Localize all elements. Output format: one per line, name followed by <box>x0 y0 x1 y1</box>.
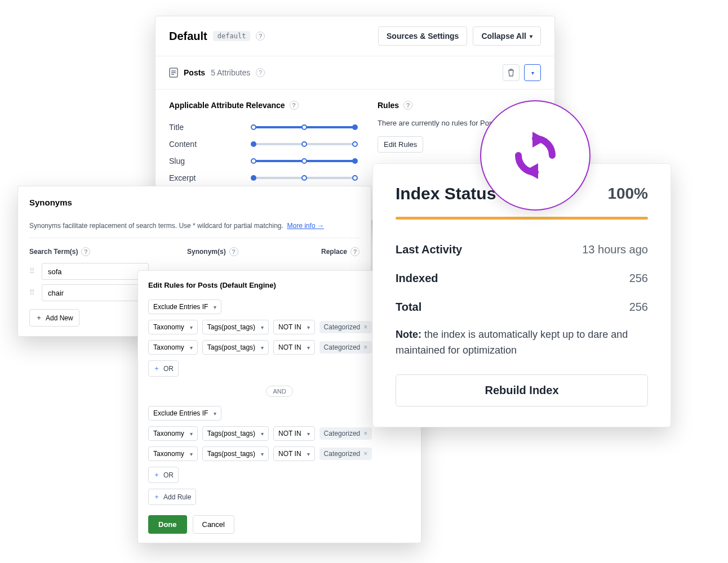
add-rule-button[interactable]: ＋Add Rule <box>148 489 196 505</box>
chevron-down-icon: ▾ <box>190 324 193 330</box>
close-icon[interactable]: × <box>363 343 367 351</box>
tags-select[interactable]: Tags(post_tags)▾ <box>202 340 269 355</box>
or-button[interactable]: ＋OR <box>148 360 179 377</box>
index-status-percent: 100% <box>607 185 648 203</box>
operator-select[interactable]: NOT IN▾ <box>273 446 314 461</box>
synonyms-title: Synonyms <box>29 198 359 207</box>
note-label: Note: <box>396 329 421 340</box>
attr-label: Title <box>169 123 184 132</box>
slider[interactable] <box>254 160 355 162</box>
chevron-down-icon: ▾ <box>307 431 310 437</box>
plus-icon: ＋ <box>153 364 160 373</box>
posts-label: Posts <box>184 68 205 77</box>
taxonomy-select[interactable]: Taxonomy▾ <box>148 446 198 461</box>
help-icon[interactable]: ? <box>256 68 265 77</box>
chevron-down-icon: ▾ <box>530 33 532 39</box>
posts-count: 5 Attributes <box>211 68 250 77</box>
taxonomy-select[interactable]: Taxonomy▾ <box>148 340 198 355</box>
or-row: ＋OR <box>148 467 411 483</box>
collapse-all-button[interactable]: Collapse All▾ <box>473 26 541 46</box>
rebuild-index-button[interactable]: Rebuild Index <box>396 374 648 406</box>
taxonomy-select[interactable]: Taxonomy▾ <box>148 320 198 334</box>
help-icon[interactable]: ? <box>81 247 90 256</box>
panel-footer: Done Cancel <box>148 515 411 534</box>
chevron-down-icon: ▾ <box>214 410 216 417</box>
chevron-down-icon: ▾ <box>307 345 310 351</box>
operator-select[interactable]: NOT IN▾ <box>273 320 314 334</box>
chevron-down-icon: ▾ <box>261 324 264 330</box>
kv-value: 13 hours ago <box>582 243 648 256</box>
kv-indexed: Indexed 256 <box>396 264 648 293</box>
add-new-button[interactable]: ＋ Add New <box>29 309 79 327</box>
taxonomy-select[interactable]: Taxonomy▾ <box>148 426 198 441</box>
kv-key: Indexed <box>396 272 438 285</box>
close-icon[interactable]: × <box>363 450 367 458</box>
help-icon[interactable]: ? <box>290 101 299 110</box>
trash-icon <box>508 69 514 77</box>
attr-row-title: Title <box>169 119 355 136</box>
chevron-down-icon: ▾ <box>190 451 193 457</box>
panel-title: Default <box>169 30 207 43</box>
delete-button[interactable] <box>503 64 520 81</box>
panel-header: Default default ? Sources & Settings Col… <box>156 16 554 56</box>
kv-value: 256 <box>629 301 648 314</box>
operator-select[interactable]: NOT IN▾ <box>273 426 314 441</box>
attr-row-excerpt: Excerpt <box>169 169 355 186</box>
default-badge: default <box>213 31 251 41</box>
col-search: Search Term(s)? <box>29 247 187 256</box>
note-text: the index is automatically kept up to da… <box>396 329 628 356</box>
chevron-down-icon: ▾ <box>307 451 310 457</box>
synonyms-columns: Search Term(s)? Synonym(s)? Replace? <box>29 247 359 256</box>
value-tag: Categorized× <box>319 448 372 460</box>
close-icon[interactable]: × <box>363 323 367 331</box>
col-replace: Replace? <box>314 247 359 256</box>
help-icon[interactable]: ? <box>350 247 359 256</box>
value-tag: Categorized× <box>319 321 372 333</box>
value-tag: Categorized× <box>319 341 372 354</box>
sources-settings-button[interactable]: Sources & Settings <box>378 26 467 46</box>
refresh-icon <box>507 127 563 184</box>
index-status-title: Index Status <box>396 184 496 203</box>
drag-handle-icon[interactable]: ⠿ <box>29 269 37 274</box>
search-term-input[interactable] <box>42 284 149 301</box>
cancel-button[interactable]: Cancel <box>193 515 234 534</box>
and-pill: AND <box>266 386 293 397</box>
tags-select[interactable]: Tags(post_tags)▾ <box>202 446 269 461</box>
operator-select[interactable]: NOT IN▾ <box>273 340 314 355</box>
add-rule-row: ＋Add Rule <box>148 489 411 505</box>
or-button[interactable]: ＋OR <box>148 467 179 483</box>
attr-label: Excerpt <box>169 173 196 182</box>
attr-label: Content <box>169 140 197 149</box>
edit-rules-button[interactable]: Edit Rules <box>378 136 423 153</box>
slider[interactable] <box>254 126 355 128</box>
chevron-down-icon: ▾ <box>190 345 193 351</box>
posts-bar: Posts 5 Attributes ? ▾ <box>156 56 554 90</box>
attr-header: Applicable Attribute Relevance ? <box>169 101 355 110</box>
help-icon[interactable]: ? <box>256 32 265 41</box>
synonyms-desc: Synonyms facilitate replacement of searc… <box>29 222 359 238</box>
chevron-down-icon: ▾ <box>531 70 534 76</box>
exclude-select[interactable]: Exclude Entries IF▾ <box>148 300 221 314</box>
kv-total: Total 256 <box>396 293 648 321</box>
attr-row-content: Content <box>169 136 355 153</box>
rule-line: Taxonomy▾ Tags(post_tags)▾ NOT IN▾ Categ… <box>148 426 411 441</box>
slider[interactable] <box>254 143 355 145</box>
more-info-link[interactable]: More info → <box>287 222 324 230</box>
progress-bar <box>396 217 648 220</box>
rule-line: Taxonomy▾ Tags(post_tags)▾ NOT IN▾ Categ… <box>148 446 411 461</box>
search-term-input[interactable] <box>42 263 149 280</box>
attr-label: Slug <box>169 157 185 166</box>
done-button[interactable]: Done <box>148 515 187 534</box>
tags-select[interactable]: Tags(post_tags)▾ <box>202 320 269 334</box>
kv-key: Total <box>396 301 421 314</box>
drag-handle-icon[interactable]: ⠿ <box>29 291 37 295</box>
close-icon[interactable]: × <box>363 430 367 437</box>
slider[interactable] <box>254 177 355 179</box>
help-icon[interactable]: ? <box>403 101 412 110</box>
exclude-select[interactable]: Exclude Entries IF▾ <box>148 406 221 421</box>
expand-button[interactable]: ▾ <box>524 64 541 81</box>
tags-select[interactable]: Tags(post_tags)▾ <box>202 426 269 441</box>
help-icon[interactable]: ? <box>229 247 238 256</box>
posts-bar-left: Posts 5 Attributes ? <box>169 68 265 78</box>
index-note: Note: the index is automatically kept up… <box>396 327 648 359</box>
